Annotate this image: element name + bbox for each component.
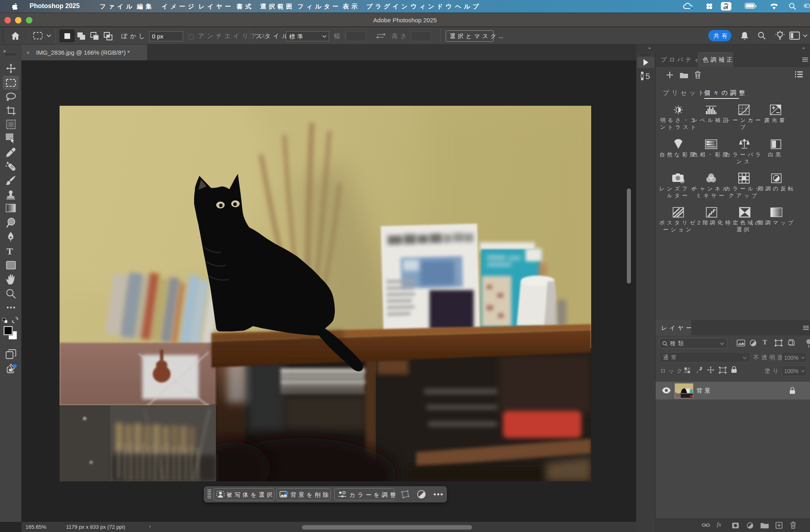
svg-text:5: 5 <box>645 72 650 81</box>
